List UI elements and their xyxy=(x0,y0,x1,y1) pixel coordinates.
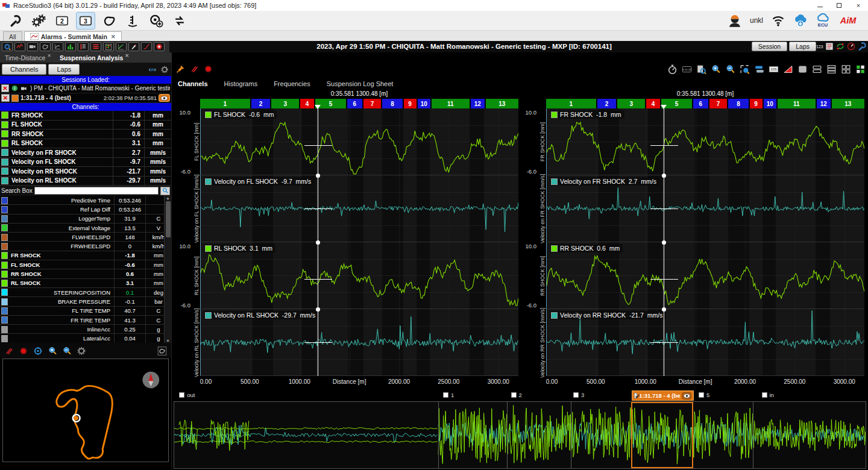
channel-row[interactable]: RR SHOCK 0.6 mm xyxy=(0,130,171,139)
stopwatch-icon[interactable] xyxy=(667,64,678,75)
lap-checkbox[interactable] xyxy=(179,392,184,398)
laps-tab-button[interactable]: Laps xyxy=(48,64,80,75)
minimize-button[interactable] xyxy=(810,0,829,11)
video-icon[interactable] xyxy=(27,42,38,51)
info-icon[interactable]: i xyxy=(11,84,19,92)
layout-colored-icon[interactable] xyxy=(855,64,866,75)
lap-segment-7[interactable]: 7 xyxy=(709,99,728,108)
movie-icon[interactable] xyxy=(20,85,28,92)
lap-segment-9[interactable]: 9 xyxy=(750,99,763,108)
eye-icon[interactable] xyxy=(159,94,170,102)
pen-icon[interactable] xyxy=(128,42,139,51)
chart-row-velocity-on-fr-shock[interactable]: Velocity on FR SHOCK [mm/s]Velocity on F… xyxy=(520,175,864,242)
lap-select-2[interactable]: 2 xyxy=(511,392,522,398)
pin-icon[interactable] xyxy=(175,64,186,74)
chart-row-fr-shock[interactable]: 10.0-6.0FR SHOCK [mm]FR SHOCK -1.8 mm xyxy=(520,108,864,175)
session-button[interactable]: Session xyxy=(752,42,787,51)
session-row[interactable]: ✕ i ) PM - CHIQUITA - Matt Romanowski - … xyxy=(0,84,171,93)
lap-checkbox[interactable] xyxy=(699,392,704,398)
plot-area[interactable]: Velocity on FL SHOCK -9.7 mm/s xyxy=(200,175,518,242)
chart-row-fl-shock[interactable]: 10.0-6.0FL SHOCK [mm]FL SHOCK -0.6 mm xyxy=(174,108,518,175)
wifi-icon[interactable] xyxy=(771,13,785,28)
overview-strip[interactable] xyxy=(174,401,866,469)
gears-icon[interactable] xyxy=(30,13,48,29)
compare-lines-icon[interactable] xyxy=(189,64,200,74)
lap-segment-13[interactable]: 13 xyxy=(486,99,518,108)
notes-icon[interactable] xyxy=(825,42,834,51)
maximize-button[interactable] xyxy=(829,0,849,11)
gear-gray-icon[interactable] xyxy=(76,346,87,356)
active-lap-badge[interactable]: 1:31.718 - 4 (be xyxy=(632,390,694,401)
channels-tab-button[interactable]: Channels xyxy=(2,64,46,75)
lap-row[interactable]: ✕ 1:31.718 - 4 (best) 2:02:38 PM 0:35.58… xyxy=(0,93,171,103)
lap-segment-2[interactable]: 2 xyxy=(597,99,617,108)
plot-area[interactable]: RL SHOCK 3.1 mm xyxy=(200,242,518,309)
layers-icon[interactable] xyxy=(753,64,765,75)
ecu-add-icon[interactable] xyxy=(147,13,165,29)
plot-area[interactable]: Velocity on RR SHOCK -21.7 mm/s xyxy=(546,309,864,376)
zoom-out-icon[interactable] xyxy=(61,346,72,356)
zoom-out-icon[interactable] xyxy=(725,64,736,75)
lap-segment-4[interactable]: 4 xyxy=(646,99,660,108)
table-row[interactable]: FL TIRE TEMP 40.7 C xyxy=(0,307,171,316)
lap-segment-3[interactable]: 3 xyxy=(271,99,299,108)
plot-area[interactable]: Velocity on FR SHOCK 2.7 mm/s xyxy=(546,175,864,242)
search-input[interactable] xyxy=(34,187,159,195)
lap-select-out[interactable]: out xyxy=(179,392,195,398)
zoom-in-icon[interactable] xyxy=(710,64,722,75)
table-row[interactable]: FR TIRE TEMP 41.3 C xyxy=(0,316,171,325)
table-row[interactable]: STEERINGPOSITION 0.1 deg xyxy=(0,288,171,297)
math-channels-icon[interactable]: √123 xyxy=(814,42,823,51)
track-icon[interactable] xyxy=(100,13,118,29)
lap-segment-11[interactable]: 11 xyxy=(778,99,816,108)
lap-segment-8[interactable]: 8 xyxy=(728,99,748,108)
channel-row[interactable]: Velocity on RR SHOCK -21.7 mm/s xyxy=(0,167,171,177)
track-box-icon[interactable] xyxy=(157,346,168,356)
sync-arrows-icon[interactable] xyxy=(171,13,189,29)
channel-row[interactable]: Velocity on FR SHOCK 2.7 mm/s xyxy=(0,148,171,158)
selected-lap-box[interactable] xyxy=(631,402,693,468)
table-row[interactable]: FRWHEELSPD 0 km/h xyxy=(0,242,171,251)
lap-segment-1[interactable]: 1 xyxy=(546,99,596,108)
cloud-ecu-icon[interactable]: ECU xyxy=(816,13,830,28)
channel-row[interactable]: Velocity on FL SHOCK -9.7 mm/s xyxy=(0,158,171,168)
speedo-icon[interactable]: 0 10 20 xyxy=(681,64,693,75)
lap-select-in[interactable]: in xyxy=(762,392,774,398)
lap-checkbox[interactable] xyxy=(443,392,448,398)
lap-segment-6[interactable]: 6 xyxy=(693,99,708,108)
lap-checkbox-checked[interactable] xyxy=(634,393,637,398)
lap-segment-1[interactable]: 1 xyxy=(200,99,250,108)
track-xy-icon[interactable] xyxy=(52,42,63,51)
layout-2-icon[interactable] xyxy=(811,64,823,75)
cloud-download-icon[interactable] xyxy=(793,13,808,28)
cursor-handle[interactable] xyxy=(315,105,321,109)
track-map[interactable] xyxy=(2,359,169,462)
plot-area[interactable]: FL SHOCK -0.6 mm xyxy=(200,108,518,175)
plot-area[interactable]: RR SHOCK 0.6 mm xyxy=(546,242,864,309)
channels-table-icon[interactable] xyxy=(90,42,101,51)
table-row[interactable]: RL SHOCK 3.1 mm xyxy=(0,279,171,288)
lap-segment-7[interactable]: 7 xyxy=(363,99,382,108)
lap-segment-10[interactable]: 10 xyxy=(418,99,430,108)
tab-all[interactable]: All xyxy=(3,31,22,41)
rs3-device-icon[interactable]: 3 xyxy=(77,13,95,29)
xy-plot-icon[interactable] xyxy=(116,42,127,51)
lap-segment-9[interactable]: 9 xyxy=(404,99,417,108)
layout-3-icon[interactable] xyxy=(826,64,837,75)
gear-blue-icon[interactable] xyxy=(2,42,13,51)
zoom-in-icon[interactable] xyxy=(47,346,58,356)
tab-alarms-summit-main[interactable]: Alarms - Summit Main✕ xyxy=(24,31,122,41)
record-dot-icon[interactable] xyxy=(203,64,213,74)
lap-select-3[interactable]: 3 xyxy=(573,392,584,398)
layout-1-icon[interactable] xyxy=(797,64,808,75)
table-row[interactable]: RR SHOCK 0.6 mm xyxy=(0,269,171,278)
lap-segment-8[interactable]: 8 xyxy=(382,99,402,108)
table-row[interactable]: BRAKE PRESSURE -0.1 bar xyxy=(0,297,171,306)
chart-tab-frequencies[interactable]: Frequencies xyxy=(274,80,310,87)
tab-suspension-analysis[interactable]: Suspension Analysis✕ xyxy=(60,54,129,61)
table-row[interactable]: Predictive Time 0:53.246 xyxy=(0,196,171,205)
lap-segment-13[interactable]: 13 xyxy=(832,99,864,108)
remove-session-icon[interactable]: ✕ xyxy=(1,84,9,92)
delta-triangle-icon[interactable] xyxy=(782,64,794,75)
chart-row-velocity-on-fl-shock[interactable]: Velocity on FL SHOCK [mm/s]Velocity on F… xyxy=(174,175,518,242)
